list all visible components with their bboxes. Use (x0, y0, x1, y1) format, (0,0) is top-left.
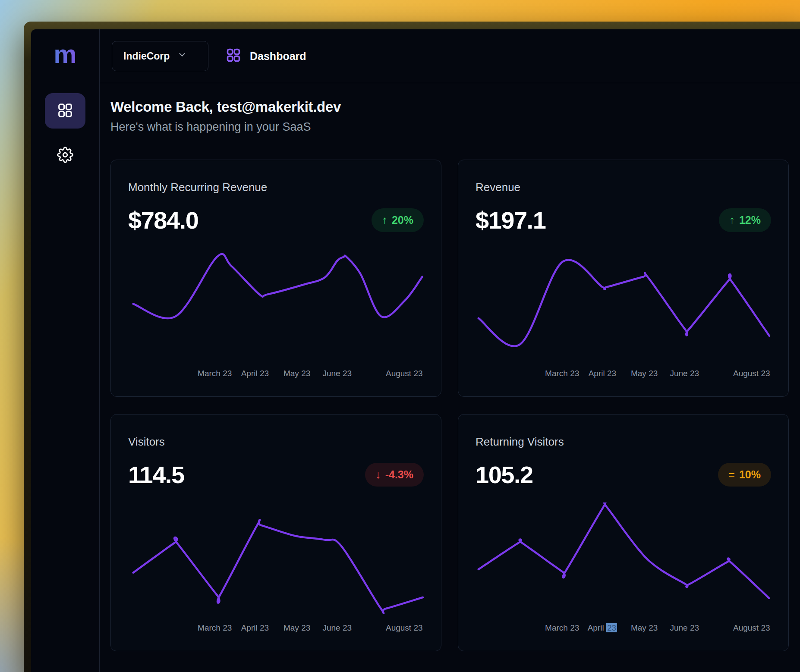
x-axis-label: June 23 (670, 369, 699, 378)
value-row: 105.2 = 10% (476, 461, 771, 489)
trend-badge-label: -4.3% (385, 468, 413, 481)
trend-badge-label: 20% (392, 214, 413, 226)
x-axis-label: June 23 (670, 623, 699, 633)
returning-visitors-line-chart: March 23April 23May 23June 23August 23 (476, 502, 771, 635)
welcome-heading: Welcome Back, test@makerkit.dev (110, 99, 800, 115)
org-switcher-button[interactable]: IndieCorp (112, 41, 208, 71)
welcome-subtitle: Here's what is happening in your SaaS (110, 120, 800, 134)
makerkit-logo: m (54, 41, 76, 67)
x-axis-label: August 23 (386, 623, 423, 633)
x-axis-label: March 23 (545, 623, 579, 633)
app-window-content: m (31, 29, 800, 672)
metrics-grid: Monthly Recurring Revenue $784.0 ↑ 20% (110, 160, 800, 651)
chart-canvas (128, 502, 424, 615)
metric-value: 105.2 (476, 461, 533, 489)
chevron-down-icon (177, 50, 187, 62)
sidebar: m (31, 29, 100, 672)
mrr-line-chart: March 23April 23May 23June 23August 23 (128, 248, 424, 381)
chart-canvas (476, 502, 771, 615)
x-axis-label: April 23 (241, 623, 269, 633)
chart-canvas (476, 248, 771, 360)
chart-canvas (128, 248, 424, 360)
dashboard-main: Welcome Back, test@makerkit.dev Here's w… (100, 83, 800, 672)
value-row: $197.1 ↑ 12% (476, 206, 771, 234)
x-axis-label: May 23 (631, 369, 658, 378)
x-axis-label: June 23 (322, 623, 352, 633)
metric-value: $197.1 (476, 206, 545, 234)
org-switcher-label: IndieCorp (123, 50, 170, 62)
metric-value: $784.0 (128, 206, 198, 234)
arrow-up-icon: ↑ (729, 214, 735, 227)
x-axis-label: March 23 (545, 369, 579, 378)
sidebar-item-settings[interactable] (45, 142, 85, 168)
app-window: m (24, 22, 800, 672)
card-title: Returning Visitors (476, 435, 771, 449)
card-revenue: Revenue $197.1 ↑ 12% (458, 160, 789, 397)
x-axis: March 23April 23May 23June 23August 23 (476, 366, 771, 381)
value-row: $784.0 ↑ 20% (128, 206, 424, 234)
breadcrumb: Dashboard (226, 47, 306, 65)
x-axis-label: May 23 (283, 623, 310, 633)
value-row: 114.5 ↓ -4.3% (128, 461, 424, 489)
x-axis: March 23April 23May 23June 23August 23 (476, 621, 771, 635)
x-axis-label: April 23 (588, 623, 617, 633)
x-axis-label: August 23 (733, 623, 770, 633)
trend-badge-label: 12% (739, 214, 761, 226)
card-monthly-recurring-revenue: Monthly Recurring Revenue $784.0 ↑ 20% (110, 160, 441, 397)
metric-value: 114.5 (128, 461, 184, 489)
card-returning-visitors: Returning Visitors 105.2 = 10% (458, 414, 789, 651)
x-axis-label: August 23 (386, 369, 423, 378)
trend-badge-label: 10% (739, 468, 761, 481)
dashboard-grid-icon (226, 47, 241, 65)
x-axis-label: May 23 (631, 623, 658, 633)
sidebar-item-dashboard[interactable] (45, 93, 85, 129)
trend-badge: ↑ 12% (719, 208, 771, 232)
x-axis-label: March 23 (198, 369, 232, 378)
selected-text-highlight: 23 (606, 623, 617, 632)
card-title: Monthly Recurring Revenue (128, 181, 424, 194)
top-bar: IndieCorp (100, 29, 800, 83)
card-visitors: Visitors 114.5 ↓ -4.3% (110, 414, 441, 651)
trend-badge: ↓ -4.3% (365, 463, 424, 487)
equals-icon: = (728, 468, 735, 481)
page-title: Dashboard (250, 50, 306, 63)
x-axis-label: August 23 (733, 369, 770, 378)
arrow-down-icon: ↓ (375, 468, 381, 481)
trend-badge: = 10% (718, 463, 771, 487)
x-axis-label: April 23 (589, 369, 616, 378)
visitors-line-chart: March 23April 23May 23June 23August 23 (128, 502, 424, 635)
x-axis-label: April 23 (241, 369, 269, 378)
dashboard-grid-icon (57, 102, 73, 120)
settings-gear-icon (57, 147, 73, 164)
content-area: IndieCorp (100, 29, 800, 672)
x-axis: March 23April 23May 23June 23August 23 (128, 621, 424, 635)
card-title: Visitors (128, 435, 424, 449)
x-axis-label: March 23 (198, 623, 232, 633)
desktop-wallpaper: m (0, 0, 800, 672)
x-axis-label: May 23 (283, 369, 310, 378)
revenue-line-chart: March 23April 23May 23June 23August 23 (476, 248, 771, 381)
arrow-up-icon: ↑ (382, 214, 387, 227)
x-axis-label: June 23 (322, 369, 352, 378)
trend-badge: ↑ 20% (372, 208, 424, 232)
card-title: Revenue (476, 181, 771, 194)
x-axis: March 23April 23May 23June 23August 23 (128, 366, 424, 381)
